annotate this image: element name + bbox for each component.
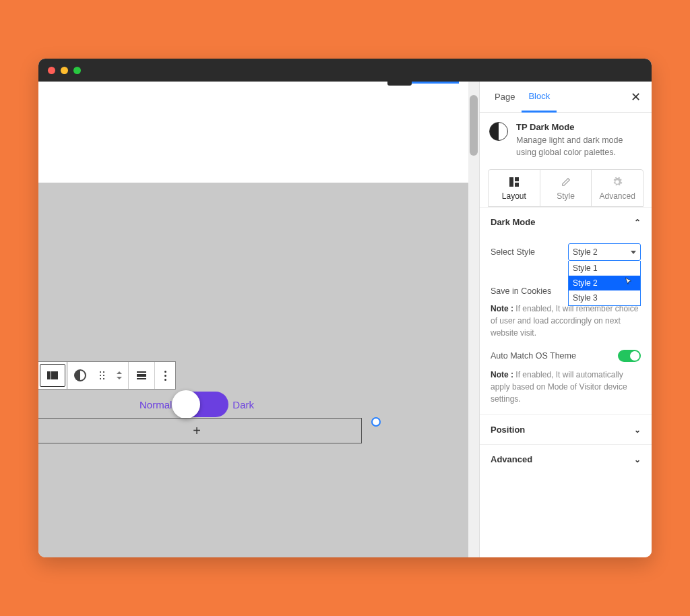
parent-block-icon[interactable] [40,364,65,387]
layout-block-icon [47,371,58,379]
block-toolbar [67,361,176,390]
settings-sidebar: Page Block ✕ TP Dark Mode Manage light a… [479,82,652,557]
subtab-layout-label: Layout [502,191,526,201]
subtab-style-label: Style [557,191,575,201]
cursor-icon [624,277,633,286]
editor-scrollbar[interactable] [468,82,479,557]
subtab-advanced[interactable]: Advanced [592,170,643,206]
contrast-icon [74,369,86,381]
block-icon [489,122,508,141]
settings-button-fragment [387,82,412,86]
pencil-icon [561,177,571,187]
content-area: Normal Dark + Page Block ✕ TP Dark Mode [38,82,652,557]
more-options-button[interactable] [155,362,175,389]
subtab-style[interactable]: Style [540,170,592,206]
add-block-button[interactable]: + [38,418,362,443]
publish-underline [412,82,459,84]
tab-block[interactable]: Block [522,82,557,113]
panel-advanced: Advanced ⌄ [480,444,652,474]
block-type-button[interactable] [67,362,93,389]
panel-position-header[interactable]: Position ⌄ [480,415,652,444]
scrollbar-thumb[interactable] [470,95,478,156]
chevron-down-icon [631,251,636,254]
chevron-down-icon: ⌄ [634,425,641,435]
gear-icon [612,177,623,187]
select-style-dropdown[interactable]: Style 2 [568,243,641,261]
auto-match-toggle[interactable] [618,350,641,362]
note-prefix-2: Note : [491,370,515,379]
dark-mode-toggle-block: Normal Dark [139,392,254,417]
sidebar-tabs: Page Block ✕ [480,82,652,113]
app-window: Normal Dark + Page Block ✕ TP Dark Mode [38,59,652,557]
panel-advanced-header[interactable]: Advanced ⌄ [480,445,652,474]
tab-page[interactable]: Page [488,82,522,111]
chevron-down-icon: ⌄ [634,455,641,464]
switch-knob [172,390,200,419]
drag-icon [100,371,104,379]
toggle-label-normal: Normal [139,399,172,410]
parent-block-toolbar [38,361,68,390]
align-icon [137,371,146,379]
layout-tab-icon [509,177,519,187]
select-style-label: Select Style [491,247,535,257]
auto-match-note: Note : If enabled, It will automatically… [491,369,641,405]
align-button[interactable] [129,362,154,389]
drag-handle[interactable] [93,362,111,389]
block-description: Manage light and dark mode using global … [516,135,642,158]
settings-subtabs: Layout Style Advanced [488,169,644,207]
option-style-3[interactable]: Style 3 [569,290,640,305]
dark-mode-switch[interactable] [176,392,228,417]
plus-icon: + [193,423,201,439]
close-sidebar-button[interactable]: ✕ [628,87,644,107]
panel-darkmode-title: Dark Mode [491,217,535,227]
auto-match-label: Auto Match OS Theme [491,351,576,361]
option-style-2-label: Style 2 [573,278,598,288]
subtab-layout[interactable]: Layout [489,170,540,206]
panel-darkmode-header[interactable]: Dark Mode ⌃ [480,208,652,237]
select-style-options: Style 1 Style 2 Style 3 [568,261,641,306]
panel-darkmode: Dark Mode ⌃ Select Style Style 2 Style 1 [480,207,652,414]
chevron-up-icon: ⌃ [634,218,641,227]
save-cookies-label: Save in Cookies [491,286,551,296]
window-minimize-dot[interactable] [61,67,68,74]
block-title: TP Dark Mode [516,122,642,132]
window-close-dot[interactable] [48,67,55,74]
kebab-icon [164,371,166,381]
subtab-advanced-label: Advanced [599,191,635,201]
move-arrows-icon [117,371,122,379]
window-titlebar [38,59,652,82]
block-focus-handle[interactable] [371,417,381,427]
toggle-label-dark: Dark [232,399,254,410]
option-style-1[interactable]: Style 1 [569,261,640,276]
select-style-value: Style 2 [573,247,598,257]
panel-position-title: Position [491,425,525,435]
move-up-down[interactable] [111,362,128,389]
option-style-2[interactable]: Style 2 [569,276,640,290]
block-info: TP Dark Mode Manage light and dark mode … [480,113,652,165]
editor-canvas[interactable]: Normal Dark + [38,82,479,557]
toggle-knob [630,351,639,361]
window-maximize-dot[interactable] [73,67,81,74]
panel-advanced-title: Advanced [491,454,532,464]
select-style-wrap: Style 2 Style 1 Style 2 Style 3 [568,243,641,261]
note-prefix: Note : [491,304,515,313]
editor-header-region [38,82,479,183]
panel-position: Position ⌄ [480,414,652,444]
save-cookies-note: Note : If enabled, It will remember choi… [491,303,641,339]
